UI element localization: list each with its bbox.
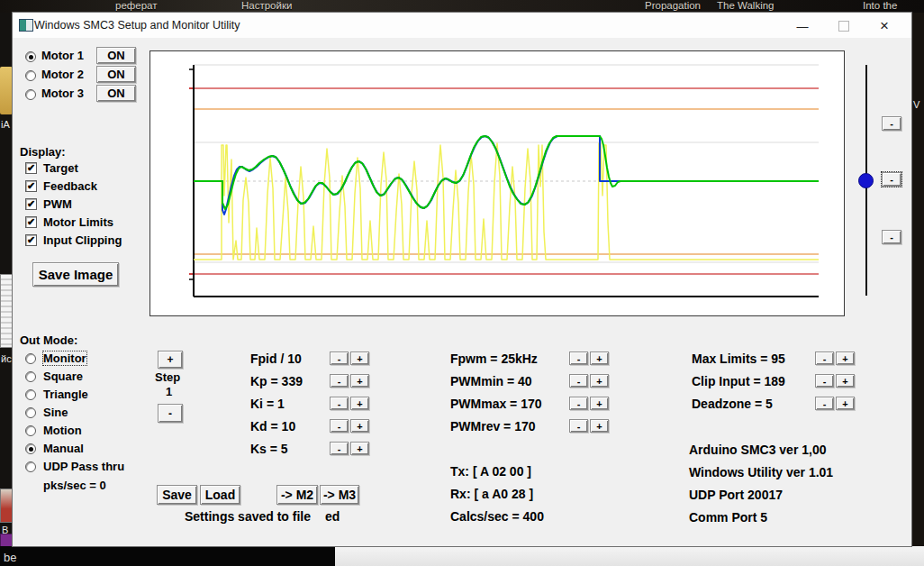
feedback-label: Feedback	[43, 179, 97, 193]
deadzone-minus-button[interactable]: -	[815, 397, 834, 410]
step-minus-button[interactable]: -	[158, 404, 183, 423]
kd-minus-button[interactable]: -	[330, 419, 349, 433]
browser-tab-title[interactable]: Propagation	[645, 0, 701, 11]
scope-chart-panel	[149, 50, 845, 316]
pwmmax-minus-button[interactable]: -	[569, 397, 588, 410]
motor-limits-checkbox[interactable]: ✔	[25, 216, 37, 228]
chart-svg	[150, 51, 844, 315]
pwm-label: PWM	[43, 197, 72, 211]
out-mode-manual-radio[interactable]	[25, 443, 36, 454]
out-mode-square-radio[interactable]	[25, 371, 36, 382]
out-mode-sine-label[interactable]: Sine	[43, 406, 68, 419]
tx-readout: Tx: [ A 02 00 ]	[450, 464, 531, 479]
utility-version: Windows Utility ver 1.01	[689, 465, 833, 479]
motor2-on-button[interactable]: ON	[96, 66, 136, 83]
out-mode-udp-radio[interactable]	[25, 461, 36, 472]
fpid-minus-button[interactable]: -	[330, 351, 349, 365]
motor1-label: Motor 1	[41, 49, 84, 62]
maximize-button[interactable]	[830, 17, 857, 35]
fpid-plus-button[interactable]: +	[350, 351, 369, 365]
browser-tab-title[interactable]: Настройки	[241, 0, 292, 11]
browser-tab-title[interactable]: The Walking	[717, 0, 775, 11]
close-button[interactable]: ×	[871, 17, 898, 35]
input-clipping-checkbox[interactable]: ✔	[25, 234, 37, 246]
kd-label: Kd = 10	[250, 419, 295, 434]
max-limits-plus-button[interactable]: +	[836, 351, 855, 365]
pwmmin-plus-button[interactable]: +	[590, 374, 609, 388]
pks-per-sec-label: pks/sec = 0	[43, 479, 106, 492]
ks-plus-button[interactable]: +	[350, 442, 369, 455]
background-browser-tabstrip: реферат Настройки Propagation The Walkin…	[0, 0, 924, 13]
feedback-checkbox[interactable]: ✔	[25, 180, 37, 192]
pwmmax-plus-button[interactable]: +	[590, 397, 609, 410]
slider-lower-button[interactable]: -	[882, 230, 901, 244]
out-mode-square-label[interactable]: Square	[43, 370, 83, 383]
step-plus-button[interactable]: +	[158, 351, 183, 369]
out-mode-manual-label[interactable]: Manual	[43, 442, 84, 455]
udp-port: UDP Port 20017	[689, 488, 783, 502]
kp-minus-button[interactable]: -	[330, 374, 349, 388]
arduino-version: Arduino SMC3 ver 1,00	[689, 443, 827, 457]
fpwm-minus-button[interactable]: -	[569, 351, 588, 365]
manual-slider-knob[interactable]	[858, 173, 874, 188]
max-limits-minus-button[interactable]: -	[815, 351, 834, 365]
pwm-checkbox[interactable]: ✔	[25, 198, 37, 210]
pwmrev-plus-button[interactable]: +	[590, 419, 609, 433]
copy-to-m3-button[interactable]: -> M3	[320, 485, 359, 505]
out-mode-triangle-label[interactable]: Triangle	[43, 388, 88, 401]
desktop-document-icon[interactable]	[0, 274, 14, 348]
out-mode-sine-radio[interactable]	[25, 407, 36, 418]
motor3-radio[interactable]	[25, 89, 36, 100]
settings-status: Settings saved to file	[185, 509, 311, 524]
out-mode-monitor-label[interactable]: Monitor	[43, 351, 86, 365]
browser-tab-title[interactable]: Into the	[863, 0, 897, 11]
ki-plus-button[interactable]: +	[350, 397, 369, 410]
save-image-button[interactable]: Save Image	[32, 262, 119, 287]
clip-input-minus-button[interactable]: -	[815, 374, 834, 388]
out-mode-motion-label[interactable]: Motion	[43, 424, 82, 437]
desktop-left-edge: iA йс B	[0, 13, 13, 546]
motor1-on-button[interactable]: ON	[96, 47, 136, 64]
ki-minus-button[interactable]: -	[330, 397, 349, 410]
fpwm-plus-button[interactable]: +	[590, 351, 609, 365]
desktop-folder-icon[interactable]	[0, 67, 13, 114]
maximize-icon	[838, 21, 849, 32]
motor3-on-button[interactable]: ON	[96, 85, 136, 102]
pwmrev-minus-button[interactable]: -	[569, 419, 588, 433]
window-title: Windows SMC3 Setup and Monitor Utility	[34, 19, 240, 32]
fpid-label: Fpid / 10	[250, 351, 302, 366]
clip-input-label: Clip Input = 189	[692, 374, 785, 388]
desktop-icon-label: iA	[1, 119, 10, 130]
kp-plus-button[interactable]: +	[350, 374, 369, 388]
background-window-dark: be	[0, 546, 335, 566]
desktop-icon-label: йс	[1, 353, 12, 364]
max-limits-label: Max Limits = 95	[692, 351, 785, 366]
ks-minus-button[interactable]: -	[330, 442, 349, 455]
motor2-label: Motor 2	[41, 68, 84, 81]
titlebar[interactable]: Windows SMC3 Setup and Monitor Utility —…	[13, 13, 911, 38]
clip-input-plus-button[interactable]: +	[836, 374, 855, 388]
kp-label: Kp = 339	[250, 374, 303, 388]
copy-to-m2-button[interactable]: -> M2	[276, 485, 318, 505]
target-checkbox[interactable]: ✔	[25, 162, 37, 174]
browser-tab-title[interactable]: реферат	[115, 0, 157, 11]
out-mode-motion-radio[interactable]	[25, 425, 36, 436]
comm-port: Comm Port 5	[689, 510, 767, 525]
minimize-button[interactable]: —	[789, 17, 816, 35]
desktop-file-icon[interactable]	[0, 488, 14, 523]
display-heading: Display:	[20, 145, 66, 159]
deadzone-plus-button[interactable]: +	[836, 397, 855, 410]
out-mode-monitor-radio[interactable]	[25, 353, 36, 364]
slider-upper-button[interactable]: -	[882, 116, 901, 131]
load-button[interactable]: Load	[200, 485, 240, 505]
pwmmin-minus-button[interactable]: -	[569, 374, 588, 388]
out-mode-udp-label[interactable]: UDP Pass thru	[43, 460, 124, 473]
motor2-radio[interactable]	[25, 70, 36, 81]
slider-center-button[interactable]: -	[882, 172, 901, 187]
ki-label: Ki = 1	[250, 397, 285, 411]
out-mode-triangle-radio[interactable]	[25, 389, 36, 400]
motor1-radio[interactable]	[25, 51, 36, 62]
kd-plus-button[interactable]: +	[350, 419, 369, 433]
save-button[interactable]: Save	[157, 485, 197, 505]
calcs-readout: Calcs/sec = 400	[450, 509, 544, 524]
